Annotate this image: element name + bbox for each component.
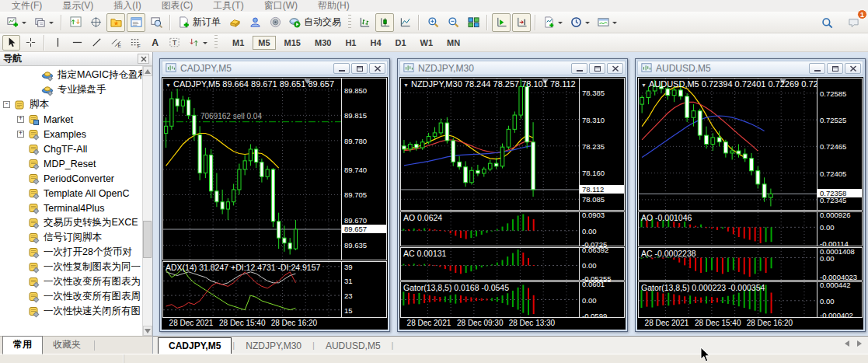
restore-button[interactable] bbox=[589, 63, 605, 74]
chart-plot-area[interactable]: ▼AUDUSD,M5 0.72394 0.72401 0.72269 0.723… bbox=[639, 79, 817, 210]
data-window-button[interactable] bbox=[86, 13, 105, 32]
tree-item-10[interactable]: 交易历史转换为EXCE bbox=[0, 215, 142, 230]
chart-plot-area[interactable]: ▼NZDJPY,M30 78.244 78.257 78.101 78.112 bbox=[401, 79, 579, 210]
collapse-box-icon[interactable]: - bbox=[3, 101, 10, 108]
zoom-in-button[interactable] bbox=[424, 13, 442, 32]
crosshair-button[interactable] bbox=[22, 35, 40, 51]
tree-item-15[interactable]: 一次性改变所有图表周 bbox=[0, 289, 142, 304]
signals-button[interactable] bbox=[266, 13, 284, 32]
chart-tab-CADJPY,M5[interactable]: CADJPY,M5 bbox=[158, 337, 232, 354]
scrollbar-thumb[interactable] bbox=[143, 221, 152, 258]
tree-item-4[interactable]: +Examples bbox=[0, 127, 142, 141]
scroll-down-icon[interactable] bbox=[143, 326, 152, 336]
menu-item-3[interactable]: 图表(C) bbox=[152, 0, 204, 12]
templates-button[interactable] bbox=[594, 13, 620, 32]
menu-item-1[interactable]: 显示(V) bbox=[52, 0, 103, 12]
close-button[interactable] bbox=[607, 63, 623, 74]
cursor-button[interactable] bbox=[2, 35, 20, 51]
indicator-plot-area[interactable]: ADX(14) 31.8247 +DI:12.4731 -DI:24.9157 bbox=[163, 262, 341, 317]
minimize-button[interactable] bbox=[809, 63, 825, 74]
close-button[interactable] bbox=[369, 63, 385, 74]
tree-item-5[interactable]: ChgTF-All bbox=[0, 141, 142, 156]
menu-item-0[interactable]: 文件(F) bbox=[2, 0, 52, 12]
tab-favorites[interactable]: 收藏夹 bbox=[43, 337, 91, 354]
indicator-plot-area[interactable]: Gator(13,8,5) 0.0168 -0.0545 bbox=[401, 282, 579, 317]
navigator-button[interactable] bbox=[106, 13, 125, 32]
scroll-up-icon[interactable] bbox=[143, 66, 152, 76]
dropdown-arrow-icon[interactable] bbox=[585, 22, 590, 26]
scrollbar-track[interactable] bbox=[143, 76, 152, 326]
navigator-close-icon[interactable] bbox=[138, 54, 149, 64]
menu-item-2[interactable]: 插入(I) bbox=[103, 0, 151, 12]
dropdown-arrow-icon[interactable] bbox=[22, 22, 26, 26]
dropdown-arrow-icon[interactable] bbox=[612, 22, 617, 26]
chart-tab-AUDUSD,M5[interactable]: AUDUSD,M5 bbox=[315, 338, 391, 354]
toolbar-grip[interactable] bbox=[214, 35, 218, 51]
navigator-scrollbar[interactable] bbox=[142, 66, 152, 336]
symbol-dropdown-icon[interactable]: ▼ bbox=[166, 82, 171, 88]
indicator-plot-area[interactable]: AC 0.00131 bbox=[401, 248, 579, 280]
candle-chart-button[interactable] bbox=[375, 13, 394, 32]
notifications-button[interactable]: 1 bbox=[844, 13, 863, 32]
strategy-tester-button[interactable] bbox=[147, 13, 166, 32]
timeframe-M5-button[interactable]: M5 bbox=[253, 36, 275, 50]
timeframe-MN-button[interactable]: MN bbox=[441, 36, 465, 50]
menu-item-4[interactable]: 工具(T) bbox=[203, 0, 253, 12]
tab-common[interactable]: 常用 bbox=[2, 336, 43, 354]
timeframe-M15-button[interactable]: M15 bbox=[279, 36, 306, 50]
tree-item-16[interactable]: 一次性快速关闭所有图 bbox=[0, 304, 142, 319]
chart-shift-button[interactable] bbox=[512, 13, 531, 32]
timeframe-H4-button[interactable]: H4 bbox=[364, 36, 386, 50]
bar-chart-button[interactable] bbox=[355, 13, 374, 32]
indicator-plot-area[interactable]: AO 0.0624 bbox=[401, 212, 579, 246]
navigator-titlebar[interactable]: 导航 bbox=[0, 52, 152, 66]
tree-item-0[interactable]: 指定MAGIC持仓盈利 bbox=[0, 68, 142, 82]
expand-box-icon[interactable]: + bbox=[17, 131, 24, 138]
tree-item-7[interactable]: PeriodConverter bbox=[0, 171, 142, 186]
text-button[interactable]: A bbox=[146, 35, 164, 51]
fibonacci-button[interactable]: F bbox=[127, 35, 145, 51]
periods-list-button[interactable] bbox=[567, 13, 593, 32]
tree-item-9[interactable]: Terminal4Plus bbox=[0, 201, 142, 215]
equidistant-channel-button[interactable]: E bbox=[107, 35, 125, 51]
timeframe-M30-button[interactable]: M30 bbox=[309, 36, 336, 50]
timeframe-M1-button[interactable]: M1 bbox=[227, 36, 249, 50]
tab-scroll-right-icon[interactable] bbox=[857, 336, 862, 350]
dropdown-arrow-icon[interactable] bbox=[49, 22, 54, 26]
toolbar-grip[interactable] bbox=[348, 15, 351, 30]
tree-item-11[interactable]: 信号订阅脚本 bbox=[0, 230, 142, 245]
horizontal-line-button[interactable] bbox=[68, 35, 86, 51]
timeframe-D1-button[interactable]: D1 bbox=[390, 36, 412, 50]
minimize-button[interactable] bbox=[333, 63, 350, 74]
symbol-dropdown-icon[interactable]: ▼ bbox=[403, 82, 409, 88]
symbol-dropdown-icon[interactable]: ▼ bbox=[641, 82, 647, 88]
tree-item-2[interactable]: -脚本 bbox=[0, 97, 142, 112]
minimize-button[interactable] bbox=[571, 63, 587, 74]
tree-item-3[interactable]: +Market bbox=[0, 112, 142, 127]
arrows-button[interactable] bbox=[185, 35, 211, 51]
indicator-plot-area[interactable]: Gator(13,8,5) 0.000223 -0.000354 bbox=[639, 282, 817, 317]
tree-item-1[interactable]: 专业操盘手 bbox=[0, 82, 142, 97]
chart-tab-NZDJPY,M30[interactable]: NZDJPY,M30 bbox=[235, 338, 312, 354]
close-button[interactable] bbox=[845, 63, 861, 74]
trend-line-button[interactable] bbox=[88, 35, 106, 51]
dropdown-arrow-icon[interactable] bbox=[203, 42, 207, 47]
indicator-plot-area[interactable]: AC -0.0002238 bbox=[639, 248, 817, 280]
metaeditor-button[interactable] bbox=[225, 13, 244, 32]
indicators-list-button[interactable] bbox=[540, 13, 566, 32]
restore-button[interactable] bbox=[351, 63, 368, 74]
menu-item-6[interactable]: 帮助(H) bbox=[308, 0, 360, 12]
window-titlebar[interactable]: CADJPY,M5 bbox=[162, 61, 388, 75]
chart-plot-area[interactable]: ▼CADJPY,M5 89.664 89.671 89.651 89.65770… bbox=[163, 79, 341, 260]
indicator-plot-area[interactable]: AO -0.001046 bbox=[639, 212, 817, 246]
restore-button[interactable] bbox=[827, 63, 843, 74]
autotrading-button[interactable]: 自动交易 bbox=[286, 13, 344, 32]
tile-windows-button[interactable] bbox=[464, 13, 483, 32]
tab-scroll-left-icon[interactable] bbox=[845, 336, 849, 350]
new-chart-button[interactable] bbox=[4, 13, 30, 32]
new-order-button[interactable]: 新订单 bbox=[175, 13, 224, 32]
expand-box-icon[interactable]: + bbox=[17, 116, 24, 123]
timeframe-H1-button[interactable]: H1 bbox=[340, 36, 361, 50]
text-label-button[interactable]: T bbox=[166, 35, 183, 51]
terminal-button[interactable] bbox=[127, 13, 145, 32]
